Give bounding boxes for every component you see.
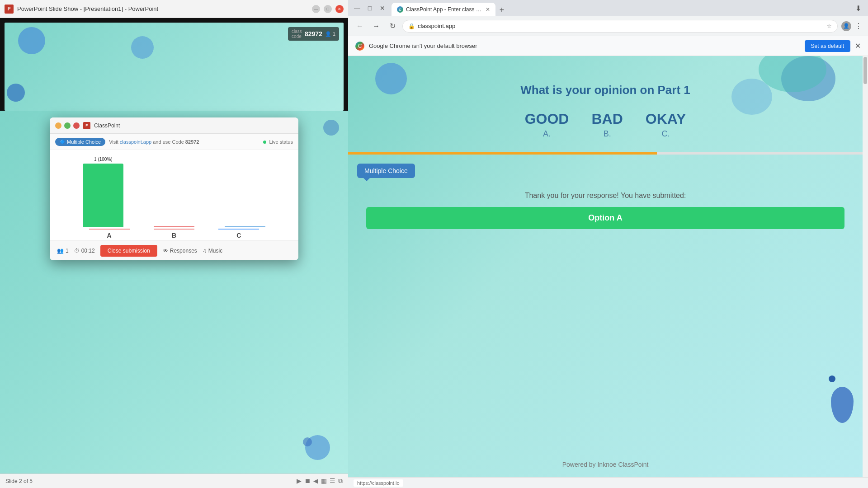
slide-preview-top: classcode 82972 👤 1	[5, 23, 344, 111]
ppt-statusbar: Slide 2 of 5 ▶ ⏹ ◀ ▦ ☰ ⧉	[0, 474, 348, 488]
slide-deco-circle-1	[18, 27, 45, 54]
bubble-tail	[363, 178, 370, 181]
timer-value: 00:12	[81, 248, 95, 254]
powered-by-text: Powered by Inknoe ClassPoint	[562, 461, 649, 468]
chrome-addressbar: ← → ↻ 🔒 classpoint.app ☆ 👤 ⋮	[348, 16, 868, 36]
modal-window-controls	[55, 122, 80, 129]
chrome-new-tab-button[interactable]: +	[495, 4, 508, 16]
badge-icon: 🔷	[60, 139, 65, 144]
modal-toolbar: 🔷 Multiple Choice Visit classpoint.app a…	[50, 134, 298, 150]
status-url: https://classpoint.io	[354, 479, 403, 487]
modal-multiple-choice-badge: 🔷 Multiple Choice	[55, 138, 105, 146]
slide-deco-circle-5	[323, 120, 339, 136]
option-a-word: GOOD	[525, 111, 569, 127]
modal-footer: 👥 1 ⏱ 00:12 Close submission 👁 Responses…	[50, 240, 298, 260]
chrome-notification-icon: C	[355, 42, 364, 51]
classpoint-web-content: What is your opinion on Part 1 GOOD A. B…	[348, 56, 868, 477]
bar-x-b-group: B	[142, 229, 206, 239]
participants-count: 1	[66, 248, 69, 254]
web-options: GOOD A. BAD B. OKAY C.	[348, 111, 863, 139]
slide-number: Slide 2 of 5	[5, 478, 33, 484]
close-submission-button[interactable]: Close submission	[100, 245, 157, 257]
participants-icon-footer: 👥	[57, 248, 64, 254]
timer-icon: ⏱	[74, 248, 80, 254]
web-content: What is your opinion on Part 1 GOOD A. B…	[348, 56, 863, 477]
outline-icon[interactable]: ☰	[330, 477, 335, 485]
powered-by-footer: Powered by Inknoe ClassPoint	[348, 461, 863, 468]
option-b-letter: B.	[591, 129, 623, 139]
profile-avatar[interactable]: 👤	[841, 21, 851, 31]
grid-view-icon[interactable]: ▦	[321, 477, 327, 485]
web-deco-blue-dot	[829, 375, 835, 382]
bar-chart: 1 (100%)	[59, 157, 289, 227]
bookmark-icon[interactable]: ☆	[826, 23, 832, 29]
modal-close-button[interactable]	[73, 122, 80, 129]
web-option-a: GOOD A.	[525, 111, 569, 139]
chrome-notification: C Google Chrome isn't your default brows…	[348, 36, 868, 56]
option-a-letter: A.	[525, 129, 569, 139]
badge-label: Multiple Choice	[67, 139, 101, 145]
ppt-window: P PowerPoint Slide Show - [Presentation1…	[0, 0, 348, 488]
modal-live-status: Live status	[263, 139, 293, 145]
modal-title-text: ClassPoint	[94, 122, 293, 129]
present-icon[interactable]: ⧉	[338, 477, 343, 485]
code-label-text: classcode	[292, 29, 302, 39]
participants-stat: 👥 1	[57, 248, 69, 254]
ppt-window-title: PowerPoint Slide Show - [Presentation1] …	[17, 5, 308, 12]
notification-close-button[interactable]: ✕	[855, 42, 861, 50]
modal-classpoint-icon: P	[83, 122, 90, 129]
back-button[interactable]: ←	[354, 20, 366, 33]
statusbar-icons: ▶ ⏹ ◀ ▦ ☰ ⧉	[297, 477, 343, 485]
participants-icon: 👤 1	[325, 31, 335, 37]
thank-you-text: Thank you for your response! You have su…	[366, 192, 844, 200]
ppt-minimize-button[interactable]: —	[312, 5, 320, 13]
bar-a	[83, 164, 123, 227]
slide-wrapper: classcode 82972 👤 1 P ClassPoint	[0, 18, 348, 474]
chrome-tab-classpoint[interactable]: C ClassPoint App - Enter class code... ✕	[392, 3, 495, 16]
scrollbar-thumb[interactable]	[863, 57, 867, 84]
stop-icon[interactable]: ⏹	[304, 477, 311, 485]
web-question-area: What is your opinion on Part 1 GOOD A. B…	[348, 83, 863, 139]
play-icon[interactable]: ▶	[297, 477, 302, 485]
x-label-b: B	[172, 232, 176, 239]
forward-button[interactable]: →	[370, 20, 382, 33]
web-deco-blue-pill	[831, 387, 854, 423]
chrome-close-button[interactable]: ✕	[379, 5, 386, 12]
option-b-word: BAD	[591, 111, 623, 127]
modal-maximize-button[interactable]	[64, 122, 71, 129]
timer-stat: ⏱ 00:12	[74, 248, 95, 254]
x-label-a: A	[107, 232, 112, 239]
chrome-maximize-button[interactable]: □	[366, 5, 373, 12]
chrome-minimize-button[interactable]: —	[354, 5, 361, 12]
x-label-c: C	[236, 232, 241, 239]
chrome-menu-button[interactable]: ⋮	[855, 22, 863, 30]
music-button[interactable]: ♫ Music	[203, 248, 222, 254]
ppt-maximize-button[interactable]: □	[324, 5, 332, 13]
option-a-submitted-button[interactable]: Option A	[366, 207, 844, 229]
chrome-titlebar: — □ ✕ C ClassPoint App - Enter class cod…	[348, 0, 868, 16]
ppt-window-controls: — □ ✕	[312, 5, 344, 13]
modal-titlebar: P ClassPoint	[50, 117, 298, 134]
eye-icon: 👁	[163, 248, 168, 254]
thank-you-section: Thank you for your response! You have su…	[348, 192, 863, 229]
refresh-button[interactable]: ↻	[386, 20, 399, 33]
live-dot	[263, 141, 266, 144]
prev-icon[interactable]: ◀	[313, 477, 318, 485]
web-option-c: OKAY C.	[646, 111, 686, 139]
modal-minimize-button[interactable]	[55, 122, 61, 129]
bar-a-group: 1 (100%)	[68, 157, 139, 227]
classpoint-modal: P ClassPoint 🔷 Multiple Choice Visit cla…	[50, 117, 298, 260]
classpoint-url-link[interactable]: classpoint.app	[120, 139, 151, 145]
slide-top-area: classcode 82972 👤 1	[0, 18, 348, 111]
chrome-window: — □ ✕ C ClassPoint App - Enter class cod…	[348, 0, 868, 488]
chrome-tab-title: ClassPoint App - Enter class code...	[406, 6, 483, 13]
modal-visit-text: Visit classpoint.app and use Code 82972	[109, 139, 199, 145]
chrome-scrollbar[interactable]	[863, 56, 868, 477]
responses-button[interactable]: 👁 Responses	[163, 248, 197, 254]
ppt-close-button[interactable]: ✕	[335, 5, 344, 13]
bar-x-c-group: C	[207, 229, 271, 239]
address-bar[interactable]: 🔒 classpoint.app ☆	[402, 20, 838, 33]
set-default-button[interactable]: Set as default	[805, 40, 850, 52]
powerpoint-icon: P	[5, 5, 14, 14]
chrome-tab-close-button[interactable]: ✕	[486, 6, 490, 13]
